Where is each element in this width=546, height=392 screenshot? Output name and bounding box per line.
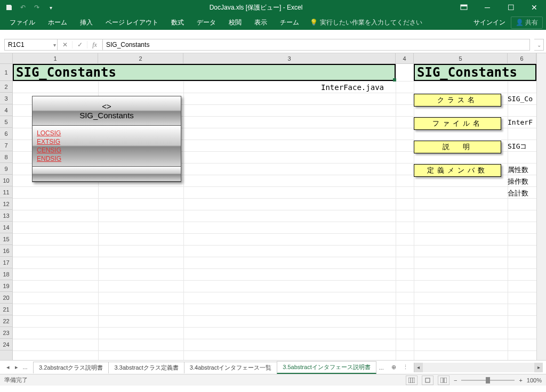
- row-header[interactable]: 8: [0, 151, 12, 163]
- worksheet-grid[interactable]: 123456 123456789101112131415161718192021…: [0, 53, 546, 360]
- undo-icon[interactable]: ↶: [18, 3, 28, 12]
- title-cell-main[interactable]: SIG_Constants: [13, 64, 396, 81]
- row-header[interactable]: 22: [0, 315, 12, 327]
- row-header[interactable]: 7: [0, 140, 12, 151]
- title-cell-side[interactable]: SIG_Constants: [414, 64, 536, 81]
- select-all-corner[interactable]: [0, 53, 13, 64]
- enter-icon[interactable]: ✓: [73, 41, 87, 48]
- uml-member-link[interactable]: ENDSIG: [37, 154, 176, 163]
- hscroll-right-icon[interactable]: ▸: [534, 363, 543, 372]
- tab-formulas[interactable]: 数式: [165, 15, 190, 30]
- col-header[interactable]: 4: [396, 53, 414, 63]
- tab-page-layout[interactable]: ページ レイアウト: [99, 15, 165, 30]
- tab-view[interactable]: 表示: [248, 15, 274, 30]
- sheet-tab-0[interactable]: 3.2abstractクラス説明書: [33, 362, 109, 373]
- col-header[interactable]: 2: [98, 53, 183, 63]
- row-header[interactable]: 5: [0, 116, 12, 128]
- row-header[interactable]: 19: [0, 280, 12, 292]
- quick-access-toolbar: ↶ ↷ ▾: [0, 3, 60, 12]
- tab-first-icon[interactable]: ◂: [4, 364, 12, 371]
- name-box[interactable]: R1C1 ▾: [4, 39, 58, 51]
- row-header[interactable]: 14: [0, 222, 12, 233]
- uml-member-link[interactable]: LOCSIG: [37, 129, 176, 137]
- chevron-down-icon[interactable]: ▾: [53, 42, 56, 48]
- add-sheet-icon[interactable]: ⊕: [387, 364, 400, 371]
- ribbon-options-icon[interactable]: [452, 0, 476, 15]
- row-header[interactable]: 9: [0, 163, 12, 175]
- sheet-tab-2[interactable]: 3.4abstractインタフェース一覧: [184, 362, 277, 373]
- tab-file[interactable]: ファイル: [3, 15, 42, 30]
- share-icon: 👤: [516, 19, 524, 26]
- maximize-button[interactable]: ☐: [499, 0, 523, 15]
- tab-more-icon[interactable]: ...: [21, 364, 29, 371]
- column-headers[interactable]: 123456: [13, 53, 536, 64]
- row-header[interactable]: 20: [0, 292, 12, 304]
- row-header[interactable]: 4: [0, 104, 12, 116]
- view-page-layout-icon[interactable]: [422, 375, 433, 385]
- uml-member-link[interactable]: CENSIG: [37, 146, 176, 154]
- row-header[interactable]: 23: [0, 327, 12, 339]
- redo-icon[interactable]: ↷: [32, 3, 42, 12]
- zoom-in-icon[interactable]: +: [519, 377, 522, 383]
- tab-splitter[interactable]: ⋮: [400, 364, 411, 371]
- svg-rect-1: [461, 5, 467, 6]
- cancel-icon[interactable]: ✕: [58, 41, 73, 48]
- row-header[interactable]: 17: [0, 257, 12, 268]
- col-header[interactable]: 1: [13, 53, 98, 63]
- hscroll-left-icon[interactable]: ◂: [414, 363, 423, 372]
- zoom-slider[interactable]: [461, 380, 515, 381]
- fx-icon[interactable]: fx: [87, 41, 102, 49]
- signin-link[interactable]: サインイン: [473, 18, 505, 27]
- formula-input[interactable]: SIG_Constants: [103, 39, 530, 51]
- row-headers[interactable]: 123456789101112131415161718192021222324: [0, 64, 13, 360]
- uml-member-link[interactable]: EXTSIG: [37, 137, 176, 146]
- right-value: 属性数: [508, 165, 528, 175]
- label-filename: ファイル名: [414, 117, 501, 130]
- horizontal-scrollbar[interactable]: ◂ ▸: [414, 363, 543, 372]
- row-header[interactable]: 10: [0, 175, 12, 186]
- label-classname: クラス名: [414, 94, 501, 107]
- vertical-scrollbar[interactable]: [536, 53, 546, 360]
- row-header[interactable]: 11: [0, 186, 12, 198]
- col-header[interactable]: 6: [508, 53, 536, 63]
- view-page-break-icon[interactable]: [438, 375, 449, 385]
- col-header[interactable]: 3: [183, 53, 396, 63]
- minimize-button[interactable]: ─: [476, 0, 499, 15]
- subtitle-text: InterFace.java: [321, 83, 384, 92]
- sheet-tab-3[interactable]: 3.5abstractインタフェース説明書: [277, 361, 376, 374]
- tab-review[interactable]: 校閲: [222, 15, 248, 30]
- zoom-out-icon[interactable]: −: [454, 377, 457, 383]
- row-header[interactable]: 1: [0, 64, 12, 81]
- tell-me-box[interactable]: 💡 実行したい作業を入力してください: [310, 18, 422, 27]
- view-normal-icon[interactable]: [406, 375, 417, 385]
- tab-team[interactable]: チーム: [274, 15, 306, 30]
- row-header[interactable]: 3: [0, 93, 12, 104]
- share-button[interactable]: 👤 共有: [511, 17, 543, 29]
- sheet-tab-bar: ◂ ▸ ... 3.2abstractクラス説明書 3.3abstractクラス…: [0, 360, 546, 374]
- qat-dropdown-icon[interactable]: ▾: [46, 3, 55, 12]
- tell-me-label: 実行したい作業を入力してください: [320, 18, 422, 27]
- tab-overflow-icon[interactable]: ...: [376, 364, 387, 371]
- cells-area[interactable]: SIG_ConstantsSIG_ConstantsInterFace.java…: [13, 64, 536, 360]
- save-icon[interactable]: [4, 3, 14, 12]
- formula-buttons: ✕ ✓ fx: [58, 39, 103, 51]
- close-button[interactable]: ✕: [523, 0, 546, 15]
- row-header[interactable]: 15: [0, 233, 12, 245]
- sheet-tab-1[interactable]: 3.3abstractクラス定義書: [108, 362, 184, 373]
- row-header[interactable]: 13: [0, 210, 12, 222]
- row-header[interactable]: 16: [0, 245, 12, 257]
- row-header[interactable]: 6: [0, 128, 12, 140]
- expand-formula-icon[interactable]: ⌄: [534, 39, 544, 51]
- row-header[interactable]: 2: [0, 81, 12, 93]
- row-header[interactable]: 21: [0, 304, 12, 315]
- tab-home[interactable]: ホーム: [42, 15, 74, 30]
- row-header[interactable]: 12: [0, 198, 12, 210]
- tab-data[interactable]: データ: [190, 15, 222, 30]
- col-header[interactable]: 5: [414, 53, 508, 63]
- zoom-value[interactable]: 100%: [527, 377, 542, 383]
- tab-insert[interactable]: 挿入: [74, 15, 99, 30]
- uml-interface-box[interactable]: <>SIG_ConstantsLOCSIGEXTSIGCENSIGENDSIG: [32, 96, 181, 182]
- row-header[interactable]: 24: [0, 339, 12, 350]
- tab-next-icon[interactable]: ▸: [13, 364, 20, 371]
- row-header[interactable]: 18: [0, 268, 12, 280]
